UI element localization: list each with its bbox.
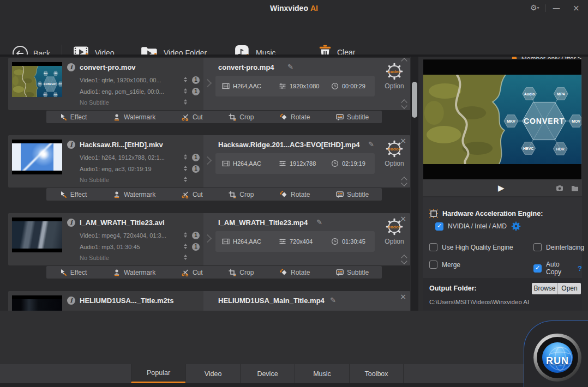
video-thumbnail[interactable] (12, 62, 62, 97)
cut-button[interactable]: Cut (182, 269, 203, 276)
crop-button[interactable]: Crop (229, 191, 254, 198)
rotate-button[interactable]: Rotate (280, 113, 310, 121)
rename-pencil-icon[interactable]: ✎ (316, 218, 322, 226)
tab-video[interactable]: Video (185, 364, 240, 383)
effect-wand-icon (59, 191, 67, 198)
row-action-bar: Effect Watermark Cut Crop Rotate Subtitl… (46, 188, 382, 201)
hardware-acceleration-title: Hardware Acceleration Engine: (429, 209, 543, 218)
deinterlacing-checkbox-row: Deinterlacing (533, 243, 584, 251)
info-icon[interactable]: i (67, 141, 75, 149)
row-reorder-arrows[interactable] (401, 256, 407, 263)
watermark-button[interactable]: Watermark (113, 191, 155, 198)
video-track-stepper[interactable] (184, 76, 188, 83)
rename-pencil-icon[interactable]: ✎ (287, 63, 293, 71)
video-thumbnail[interactable] (12, 140, 62, 174)
rotate-button[interactable]: Rotate (280, 269, 310, 276)
effect-wand-icon (59, 269, 67, 276)
run-button-face: RUN (542, 342, 573, 373)
crop-icon (229, 113, 236, 121)
tab-music[interactable]: Music (295, 364, 349, 383)
gpu-checkbox[interactable] (435, 222, 443, 231)
preview-player[interactable] (423, 59, 582, 180)
rename-pencil-icon[interactable]: ✎ (368, 140, 374, 148)
subtitle-icon (336, 269, 344, 276)
subtitle-track-stepper[interactable] (184, 253, 188, 261)
audio-track-stepper[interactable] (184, 165, 188, 172)
watermark-button[interactable]: Watermark (113, 269, 155, 276)
codec-option-button[interactable]: Option (380, 62, 409, 90)
minimize-button[interactable]: — (553, 3, 560, 12)
media-list: i convert-pro.mov Video1: qtrle, 1920x10… (0, 57, 410, 311)
video-track-line: Video1: h264, 1912x788, 02:1... (80, 154, 179, 161)
watermark-button[interactable]: Watermark (113, 113, 155, 121)
codec-gear-icon (385, 62, 404, 81)
effect-button[interactable]: Effect (59, 113, 87, 121)
row-action-bar: Effect Watermark Cut Crop Rotate Subtitl… (46, 111, 382, 123)
crop-button[interactable]: Crop (229, 269, 254, 276)
browse-button[interactable]: Browse (532, 283, 558, 294)
subtitle-track-stepper[interactable] (184, 98, 188, 106)
list-scrollbar[interactable] (411, 57, 418, 311)
close-button[interactable]: × (573, 3, 580, 13)
merge-checkbox[interactable] (429, 261, 437, 269)
play-icon[interactable]: ▶ (498, 183, 505, 193)
audio-track-line: Audio1: eng, ac3, 02:19:19 (80, 166, 179, 172)
scroll-up-icon[interactable] (402, 59, 406, 63)
subtitle-icon (336, 113, 344, 121)
gpu-settings-gear-icon[interactable] (511, 221, 521, 231)
remove-file-icon[interactable]: × (400, 293, 406, 300)
rename-pencil-icon[interactable]: ✎ (330, 296, 336, 304)
tab-toolbox[interactable]: Toolbox (349, 364, 404, 383)
media-row-1: i convert-pro.mov Video1: qtrle, 1920x10… (8, 58, 410, 110)
tab-device[interactable]: Device (240, 364, 295, 383)
watermark-icon (113, 269, 121, 276)
audio-track-count-badge: 1 (192, 88, 200, 95)
audio-track-stepper[interactable] (184, 243, 188, 250)
remove-file-icon[interactable]: × (400, 137, 406, 144)
high-quality-checkbox[interactable] (429, 243, 437, 251)
output-info-box: H264,AAC 1912x788 02:19:19 (215, 153, 375, 174)
audio-track-count-badge: 1 (192, 243, 200, 251)
list-scrollbar-thumb[interactable] (412, 82, 417, 118)
video-thumbnail[interactable] (12, 217, 62, 252)
open-button[interactable]: Open (558, 283, 581, 294)
row-reorder-arrows[interactable] (401, 178, 407, 185)
cut-button[interactable]: Cut (182, 191, 203, 198)
crop-icon (229, 191, 236, 198)
subtitle-icon (336, 191, 344, 198)
video-track-count-badge: 1 (192, 232, 200, 239)
deinterlacing-checkbox[interactable] (533, 243, 542, 251)
remove-file-icon[interactable]: × (400, 215, 406, 222)
rotate-button[interactable]: Rotate (280, 191, 310, 198)
subtitle-track-line: No Subtitle (80, 99, 179, 106)
tab-popular[interactable]: Popular (131, 364, 185, 383)
info-icon[interactable]: i (67, 63, 75, 71)
video-track-line: Video1: qtrle, 1920x1080, 00... (80, 77, 179, 83)
video-track-stepper[interactable] (184, 153, 188, 161)
auto-copy-checkbox[interactable] (533, 264, 542, 273)
run-button[interactable]: RUN (533, 334, 581, 382)
watermark-icon (113, 191, 121, 198)
video-track-stepper[interactable] (184, 231, 188, 239)
effect-button[interactable]: Effect (59, 191, 87, 198)
video-track-count-badge: 1 (192, 76, 200, 84)
snapshot-camera-icon[interactable] (556, 184, 563, 192)
subtitle-button[interactable]: Subtitle (336, 269, 369, 276)
subtitle-track-stepper[interactable] (184, 176, 188, 183)
output-folder-panel: Output Folder: Browse Open C:\Users\MSIT… (423, 278, 582, 311)
settings-gear-icon[interactable]: ⚙▾ (530, 3, 539, 12)
crop-button[interactable]: Crop (229, 113, 254, 121)
effect-button[interactable]: Effect (59, 269, 87, 276)
subtitle-button[interactable]: Subtitle (336, 113, 369, 121)
cut-button[interactable]: Cut (182, 113, 203, 121)
rotate-icon (280, 191, 287, 198)
info-icon[interactable]: i (67, 219, 75, 227)
audio-track-stepper[interactable] (184, 87, 188, 95)
info-icon[interactable]: i (67, 297, 75, 305)
row-reorder-arrows[interactable] (401, 100, 407, 108)
subtitle-button[interactable]: Subtitle (336, 191, 369, 198)
auto-copy-help-icon[interactable]: ? (578, 264, 582, 273)
video-thumbnail[interactable] (12, 295, 62, 311)
open-folder-icon[interactable] (571, 184, 579, 192)
watermark-icon (113, 113, 121, 121)
